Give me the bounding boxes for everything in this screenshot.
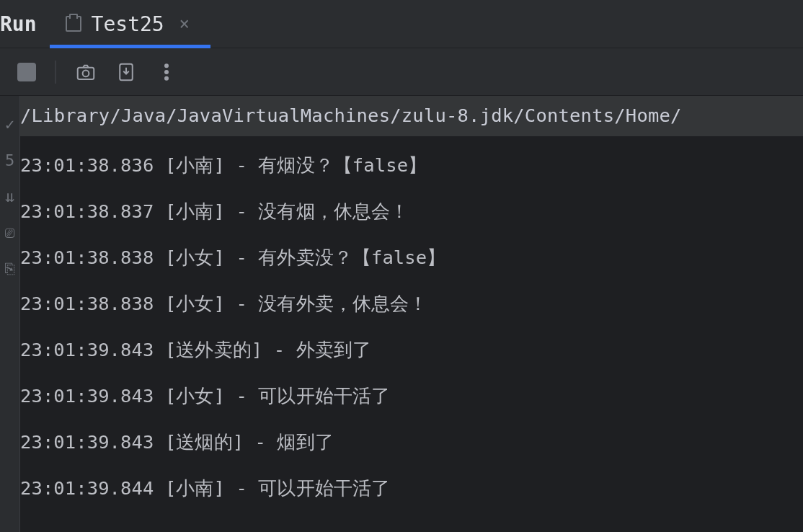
tab-label: Test25 — [92, 12, 164, 36]
gutter-glyph-4: ⎘ — [5, 260, 14, 278]
log-line: 23:01:38.836 [小南] - 有烟没？【false】 — [20, 142, 803, 188]
tab-bar: Run Test25 × — [0, 0, 803, 48]
close-icon[interactable]: × — [174, 14, 195, 34]
console-toolbar — [0, 48, 803, 96]
log-line: 23:01:39.843 [送烟的] - 烟到了 — [20, 419, 803, 465]
run-config-icon — [66, 16, 81, 32]
gutter-glyph-3: ⎚ — [5, 223, 14, 241]
stop-icon — [17, 63, 36, 81]
gutter-glyph-1: 5 — [5, 151, 14, 169]
console-gutter: ✓ 5 ⇊ ⎚ ⎘ — [0, 96, 20, 532]
toolbar-separator — [55, 61, 56, 84]
stop-button[interactable] — [17, 63, 36, 81]
gutter-item-3[interactable]: ⎚ — [2, 224, 18, 240]
gutter-glyph-2: ⇊ — [5, 187, 14, 205]
console-body: ✓ 5 ⇊ ⎚ ⎘ /Library/Java/JavaVirtualMachi… — [0, 96, 803, 532]
svg-point-1 — [82, 70, 89, 76]
svg-point-5 — [165, 76, 168, 79]
log-lines: 23:01:38.836 [小南] - 有烟没？【false】 23:01:38… — [20, 142, 803, 511]
command-line-row: /Library/Java/JavaVirtualMachines/zulu-8… — [20, 96, 803, 136]
gutter-item-2[interactable]: ⇊ — [2, 188, 18, 204]
export-button[interactable] — [115, 61, 137, 83]
screenshot-button[interactable] — [75, 61, 97, 83]
camera-icon — [75, 61, 97, 83]
svg-rect-0 — [77, 67, 94, 79]
log-line: 23:01:39.843 [小女] - 可以开始干活了 — [20, 373, 803, 419]
log-line: 23:01:38.838 [小女] - 没有外卖，休息会！ — [20, 280, 803, 327]
gutter-item-1[interactable]: 5 — [2, 152, 18, 168]
log-line: 23:01:39.844 [小南] - 可以开始干活了 — [20, 465, 803, 511]
log-line: 23:01:38.837 [小南] - 没有烟，休息会！ — [20, 188, 803, 234]
run-label: Run — [0, 12, 37, 36]
gutter-item-0[interactable]: ✓ — [2, 116, 18, 132]
more-button[interactable] — [156, 61, 177, 83]
kebab-icon — [156, 61, 177, 83]
console-output[interactable]: /Library/Java/JavaVirtualMachines/zulu-8… — [20, 96, 803, 532]
log-line: 23:01:39.843 [送外卖的] - 外卖到了 — [20, 327, 803, 373]
svg-point-3 — [165, 64, 168, 67]
svg-point-4 — [165, 71, 168, 74]
gutter-glyph-0: ✓ — [5, 115, 14, 133]
run-tool-window-label[interactable]: Run — [0, 0, 50, 48]
tab-test25[interactable]: Test25 × — [50, 0, 210, 48]
gutter-item-4[interactable]: ⎘ — [2, 260, 18, 276]
export-icon — [115, 61, 137, 83]
log-line: 23:01:38.838 [小女] - 有外卖没？【false】 — [20, 234, 803, 280]
command-line-text: /Library/Java/JavaVirtualMachines/zulu-8… — [20, 105, 682, 126]
